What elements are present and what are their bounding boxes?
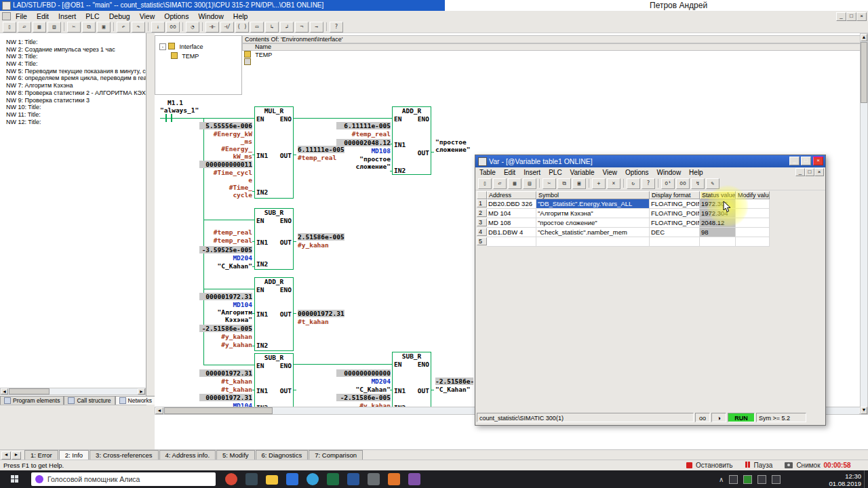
format-cell[interactable]: FLOATING_POINT [650, 209, 700, 218]
contents-row-temp[interactable]: TEMP [242, 51, 868, 58]
network-list-hscrollbar[interactable]: ◄ ► [0, 388, 146, 395]
menu-insert[interactable]: Insert [54, 12, 81, 20]
var-menu-help[interactable]: Help [685, 169, 707, 176]
close-branch-icon[interactable]: ↲ [280, 22, 294, 33]
taskbar-app-5[interactable] [307, 473, 319, 485]
row-number-header[interactable] [477, 191, 487, 199]
operand[interactable]: сложение" [336, 163, 391, 170]
var-table-row[interactable]: 5 [477, 237, 770, 247]
start-button[interactable] [0, 470, 30, 488]
row-number[interactable]: 5 [477, 237, 487, 245]
status-value-header[interactable]: Status value [700, 191, 736, 199]
taskbar-app-2[interactable] [245, 473, 258, 485]
operand[interactable]: "C_Kahan" [435, 386, 470, 393]
symbol-header[interactable]: Symbol [536, 191, 650, 199]
monitor-icon[interactable]: oo [166, 22, 180, 33]
operand[interactable]: kW_ms [199, 152, 252, 160]
open-icon[interactable]: ▱ [18, 22, 31, 33]
address-cell[interactable]: DB20.DBD 326 [487, 199, 536, 209]
operand[interactable]: #temp_real [336, 130, 391, 138]
tab-modify[interactable]: 5: Modify [216, 450, 255, 460]
operand[interactable]: сложение" [435, 146, 470, 153]
paste-icon[interactable]: ▣ [97, 22, 111, 33]
scroll-right-icon[interactable]: ► [138, 388, 145, 394]
network-item[interactable]: NW 11: Title: [0, 111, 146, 119]
pause-record-icon[interactable] [745, 462, 751, 469]
operand[interactable]: "C_Kahan" [199, 262, 252, 270]
modify-icon[interactable]: ✎ [706, 178, 719, 189]
symbol-cell[interactable]: "Алгоритм Кэхэна" [536, 209, 650, 218]
network-item[interactable]: NW 4: Title: [0, 60, 146, 68]
modify-cell[interactable] [736, 237, 770, 247]
operand[interactable]: #Time_ [199, 184, 252, 191]
open-icon[interactable]: ▱ [493, 178, 507, 189]
status-value[interactable]: 000001972.31 [199, 293, 252, 300]
open-branch-icon[interactable]: ↳ [265, 22, 279, 33]
operand[interactable]: MD108 [336, 147, 391, 155]
status-value[interactable]: -2.51586e-005 [199, 325, 252, 332]
fbd-block-sub-r-3[interactable]: SUB_R EN ENO IN1 OUT IN2 [392, 352, 431, 407]
jump-icon[interactable]: → [310, 22, 323, 33]
address-cell[interactable]: DB1.DBW 4 [487, 228, 536, 237]
symbol-cell[interactable]: "простое сложение" [536, 218, 650, 228]
tab-program-elements[interactable]: Program elements [0, 396, 64, 405]
status-value[interactable]: -3.59525e-005 [199, 246, 252, 253]
scroll-thumb[interactable] [9, 388, 50, 394]
var-menu-variable[interactable]: Variable [566, 169, 599, 176]
modify-cell[interactable] [736, 209, 770, 218]
menu-help[interactable]: Help [229, 12, 253, 20]
modify-cell[interactable] [736, 228, 770, 237]
help-icon[interactable]: ? [642, 178, 655, 189]
operand[interactable]: #Time_cycl [199, 169, 252, 176]
operand[interactable]: MD204 [199, 254, 252, 262]
download-to-plc-icon[interactable]: ↓ [151, 22, 165, 33]
var-maximize-button[interactable]: □ [801, 157, 811, 165]
operand[interactable]: #t_kahan [199, 378, 252, 385]
var-close-button[interactable]: × [813, 157, 823, 165]
help-icon[interactable]: ? [330, 22, 343, 33]
save-icon[interactable]: ▦ [33, 22, 46, 33]
status-value[interactable]: 000002048.12 [336, 139, 391, 146]
stop-record-icon[interactable] [686, 462, 692, 468]
status-value[interactable]: 5.55556e-006 [199, 122, 252, 129]
network-item[interactable]: NW 2: Создание импульса через 1 час [0, 46, 146, 54]
negate-icon[interactable]: ¬ [295, 22, 309, 33]
delete-icon[interactable]: × [607, 178, 620, 189]
modify-cell[interactable] [736, 199, 770, 209]
name-column-header[interactable]: Name [242, 43, 868, 51]
var-table-row[interactable]: 3 MD 108 "простое сложение" FLOATING_POI… [477, 218, 770, 228]
tree-node-interface[interactable]: - Interface [159, 43, 203, 50]
taskbar-app-8[interactable] [368, 473, 380, 485]
operand[interactable]: "C_Kahan" [336, 386, 391, 393]
var-mdi-restore-button[interactable]: □ [805, 168, 814, 176]
box-icon[interactable]: ▭ [250, 22, 264, 33]
network-item[interactable]: NW 8: Проверка статистики 2 - АЛГОРИТМА … [0, 89, 146, 97]
taskbar-clock[interactable]: 12:30 01.08.2019 [822, 472, 861, 487]
fbd-block-add-r[interactable]: ADD_R EN ENO IN1 OUT IN2 [392, 106, 431, 175]
row-number[interactable]: 2 [477, 209, 487, 217]
var-menu-view[interactable]: View [599, 169, 622, 176]
scroll-up-icon[interactable]: ▲ [861, 34, 867, 41]
menu-window[interactable]: Window [193, 12, 228, 20]
monitor-once-icon[interactable]: o¹ [661, 178, 675, 189]
menu-edit[interactable]: Edit [32, 12, 54, 20]
tray-expand-icon[interactable]: ∧ [719, 476, 724, 483]
var-menu-table[interactable]: Table [475, 169, 500, 176]
tab-info[interactable]: 2: Info [59, 450, 89, 460]
tray-icon-2[interactable] [743, 475, 752, 484]
tab-scroll-right-icon[interactable]: ► [12, 451, 21, 460]
new-table-icon[interactable]: ▯ [478, 178, 492, 189]
operand[interactable]: #Energy_kW [199, 130, 252, 138]
zoom-icon[interactable]: ◔ [186, 22, 199, 33]
status-value[interactable]: -2.51586e-005 [336, 394, 391, 401]
update-icon[interactable]: ↻ [627, 178, 640, 189]
redo-icon[interactable]: ↷ [132, 22, 145, 33]
rail-address[interactable]: M1.1 [167, 99, 183, 106]
row-number[interactable]: 3 [477, 218, 487, 226]
operand[interactable]: "Алгоритм [199, 308, 252, 316]
assistant-search-box[interactable]: Голосовой помощник Алиса [31, 472, 216, 486]
tab-networks[interactable]: Networks [115, 396, 156, 405]
paste-icon[interactable]: ▣ [572, 178, 586, 189]
taskbar-app-10[interactable] [408, 473, 420, 485]
symbol-cell[interactable]: "Check_statistic".namber_mem [536, 228, 650, 237]
